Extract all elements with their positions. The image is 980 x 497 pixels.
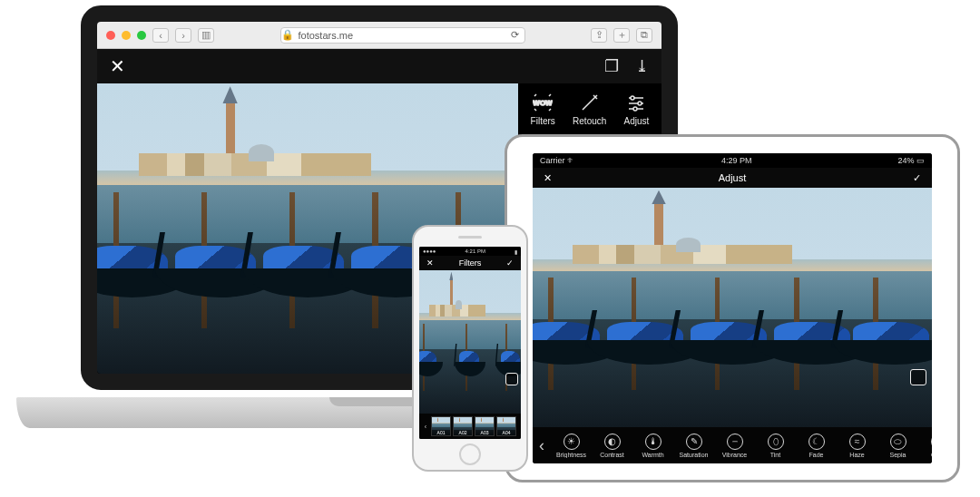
filter-thumb-a04[interactable]: A04 xyxy=(496,416,516,436)
tool-adjust[interactable]: Adjust xyxy=(624,93,650,126)
battery-pct: 24% xyxy=(897,156,914,165)
tool-rail: WOW Filters Retouch Adjust xyxy=(518,83,662,135)
phone-speaker xyxy=(458,236,482,239)
new-tab-button[interactable]: ＋ xyxy=(613,28,630,43)
safari-toolbar: ‹ › ▥ 🔒 fotostars.me ⟳ ⇪ ＋ ⧉ xyxy=(97,22,662,49)
screen-header: ✕ Adjust ✓ xyxy=(533,168,932,188)
adjust-label: Contrast xyxy=(600,452,623,458)
download-icon[interactable]: ⤓ xyxy=(635,58,649,74)
adjust-warmth[interactable]: 🌡Warmth xyxy=(632,434,673,458)
scroll-left-button[interactable]: ‹ xyxy=(421,424,430,430)
window-close-dot[interactable] xyxy=(106,31,115,40)
app-header: ✕ ❐ ⤓ xyxy=(97,49,662,83)
screen-title: Filters xyxy=(459,258,482,268)
filter-thumb-label: A03 xyxy=(475,430,494,435)
filter-thumb-a02[interactable]: A02 xyxy=(453,416,473,436)
tool-label: Adjust xyxy=(624,116,650,126)
screen-header: ✕ Filters ✓ xyxy=(419,256,521,270)
confirm-button[interactable]: ✓ xyxy=(506,258,514,268)
adjust-label: Vibrance xyxy=(722,452,748,458)
tablet-screen: Carrier ᯤ 4:29 PM 24% ▭ ✕ Adjust ✓ xyxy=(533,153,932,463)
status-bar: Carrier ᯤ 4:29 PM 24% ▭ xyxy=(533,153,932,168)
fade-icon: ☾ xyxy=(808,434,825,450)
filter-thumb-a01[interactable]: A01 xyxy=(431,416,451,436)
filter-thumb-label: A01 xyxy=(432,430,450,435)
window-min-dot[interactable] xyxy=(122,31,131,40)
battery-icon: ▮ xyxy=(514,248,517,255)
tint-icon: ⬯ xyxy=(768,434,784,450)
filter-thumb-a03[interactable]: A03 xyxy=(475,416,495,436)
nav-fwd-button[interactable]: › xyxy=(175,28,191,43)
adjust-label: Haze xyxy=(849,452,864,458)
adjust-label: Fade xyxy=(809,452,824,458)
status-time: 4:21 PM xyxy=(466,248,485,254)
adjust-vibrance[interactable]: ⎓Vibrance xyxy=(714,434,755,458)
duplicate-icon[interactable]: ❐ xyxy=(604,58,619,74)
haze-icon: ≈ xyxy=(849,434,866,450)
status-time: 4:29 PM xyxy=(721,156,752,165)
photo-viewport[interactable] xyxy=(533,188,932,427)
adjust-tint[interactable]: ⬯Tint xyxy=(755,434,796,458)
sepia-icon: ⬭ xyxy=(890,434,906,450)
adjust-label: Grain xyxy=(931,452,932,458)
adjust-label: Tint xyxy=(770,452,780,458)
adjust-label: Sepia xyxy=(890,452,906,458)
phone-screen: ●●●● 4:21 PM ▮ ✕ Filters ✓ xyxy=(419,247,521,439)
svg-text:WOW: WOW xyxy=(534,99,554,107)
close-button[interactable]: ✕ xyxy=(426,258,434,268)
saturation-icon: ✎ xyxy=(686,434,702,450)
adjust-label: Warmth xyxy=(642,452,663,458)
tool-retouch[interactable]: Retouch xyxy=(573,93,606,126)
carrier-label: Carrier xyxy=(540,156,565,165)
adjust-contrast[interactable]: ◐Contrast xyxy=(592,434,632,458)
tool-label: Retouch xyxy=(573,116,606,126)
battery-icon: ▭ xyxy=(916,156,925,165)
contrast-icon: ◐ xyxy=(604,434,621,450)
adjust-haze[interactable]: ≈Haze xyxy=(837,434,877,458)
adjust-grain[interactable]: ∷Grain xyxy=(918,434,932,458)
photo-venice xyxy=(533,188,932,427)
window-max-dot[interactable] xyxy=(137,31,146,40)
signal-icon: ●●●● xyxy=(423,248,436,254)
screen-title: Adjust xyxy=(719,172,747,183)
tool-filters[interactable]: WOW Filters xyxy=(531,93,555,126)
phone-body: ●●●● 4:21 PM ▮ ✕ Filters ✓ xyxy=(412,225,528,472)
tablet-device: Carrier ᯤ 4:29 PM 24% ▭ ✕ Adjust ✓ xyxy=(505,134,960,482)
filter-strip: ‹ A01A02A03A04 xyxy=(419,414,521,439)
vibrance-icon: ⎓ xyxy=(727,434,743,450)
tabs-button[interactable]: ⧉ xyxy=(636,28,652,43)
svg-point-1 xyxy=(631,96,634,100)
adjust-sepia[interactable]: ⬭Sepia xyxy=(877,434,918,458)
svg-point-3 xyxy=(633,107,637,111)
close-button[interactable]: ✕ xyxy=(110,55,125,77)
address-bar[interactable]: 🔒 fotostars.me ⟳ xyxy=(280,27,525,44)
brightness-icon: ☀ xyxy=(564,434,580,450)
photo-viewport[interactable] xyxy=(419,270,521,414)
compare-toggle[interactable] xyxy=(910,369,926,385)
warmth-icon: 🌡 xyxy=(645,434,662,450)
adjust-fade[interactable]: ☾Fade xyxy=(796,434,837,458)
sidebar-button[interactable]: ▥ xyxy=(198,28,214,43)
filter-thumb-label: A04 xyxy=(497,430,515,435)
dome xyxy=(249,144,274,161)
close-button[interactable]: ✕ xyxy=(544,172,552,184)
adjust-label: Saturation xyxy=(680,452,709,458)
photo-venice xyxy=(419,270,521,414)
share-button[interactable]: ⇪ xyxy=(591,28,607,43)
adjust-brightness[interactable]: ☀Brightness xyxy=(551,434,592,458)
scroll-left-button[interactable]: ‹ xyxy=(533,436,551,455)
compare-toggle[interactable] xyxy=(505,373,518,385)
tool-label: Filters xyxy=(531,116,555,126)
svg-point-2 xyxy=(638,102,642,105)
grain-icon: ∷ xyxy=(931,434,933,450)
tablet-body: Carrier ᯤ 4:29 PM 24% ▭ ✕ Adjust ✓ xyxy=(505,134,960,482)
confirm-button[interactable]: ✓ xyxy=(913,172,921,184)
filter-thumb-label: A02 xyxy=(454,430,472,435)
wifi-icon: ᯤ xyxy=(567,156,575,165)
adjust-saturation[interactable]: ✎Saturation xyxy=(673,434,714,458)
adjust-toolbar: ‹ ☀Brightness◐Contrast🌡Warmth✎Saturation… xyxy=(533,427,932,463)
reload-icon[interactable]: ⟳ xyxy=(511,29,524,41)
phone-device: ●●●● 4:21 PM ▮ ✕ Filters ✓ xyxy=(412,225,528,472)
home-button[interactable] xyxy=(459,443,481,465)
nav-back-button[interactable]: ‹ xyxy=(152,28,169,43)
